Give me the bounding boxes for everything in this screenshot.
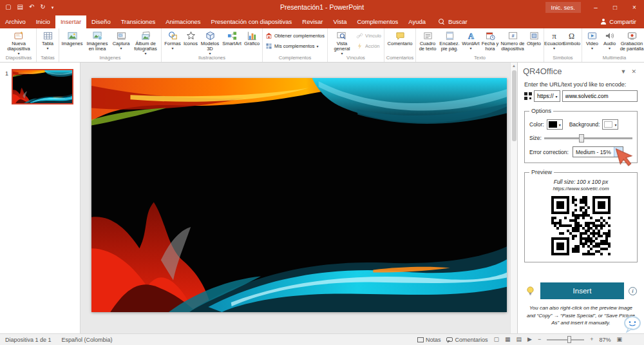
slide-sorter-view-icon[interactable]: ▦ (505, 337, 511, 342)
info-icon[interactable]: i (629, 287, 637, 295)
zoom-in-icon[interactable]: + (590, 337, 593, 342)
tab-complementos[interactable]: Complementos (352, 15, 403, 28)
button-label: Número de diapositiva (500, 41, 526, 52)
lightbulb-icon[interactable] (525, 286, 536, 297)
slide-thumbnail[interactable] (12, 69, 73, 104)
zoom-slider[interactable] (547, 339, 584, 340)
photo-album-icon (141, 31, 151, 41)
scrollbar-thumb[interactable] (512, 70, 516, 141)
group-caption: Vínculos (329, 54, 383, 62)
help-assistant-icon[interactable] (623, 315, 642, 333)
language-indicator[interactable]: Español (Colombia) (62, 337, 113, 343)
chart-button[interactable]: Gráfico (243, 30, 261, 46)
smartart-button[interactable]: SmartArt (221, 30, 243, 46)
slide-number-button[interactable]: Número de diapositiva (500, 30, 526, 52)
link-button[interactable]: Vínculo (355, 32, 383, 40)
header-footer-button[interactable]: Encabez. pie pág. (438, 30, 461, 52)
zoom-level[interactable]: 87% (599, 337, 611, 343)
screen-recording-button[interactable]: Grabación de pantalla (618, 30, 644, 52)
maximize-button[interactable]: □ (605, 0, 625, 14)
symbol-button[interactable]: Símbolo (563, 30, 580, 46)
tab-inicio[interactable]: Inicio (31, 15, 55, 28)
button-label: Encabez. pie pág. (438, 41, 461, 52)
button-label: Comentario (388, 41, 413, 46)
equation-button[interactable]: Ecuación ▾ (545, 30, 563, 50)
comments-label: Comentarios (455, 337, 488, 343)
new-slide-button[interactable]: Nueva diapositiva ▾ (3, 30, 35, 55)
minimize-button[interactable]: – (586, 0, 605, 14)
table-button[interactable]: Tabla ▾ (38, 30, 57, 50)
get-add-ins-button[interactable]: Obtener complementos (264, 32, 326, 40)
button-label: Mis complementos (274, 43, 315, 49)
panel-options-chevron-icon[interactable]: ▼ (618, 68, 629, 75)
icons-button[interactable]: Iconos (182, 30, 199, 46)
slide-artwork (91, 78, 507, 312)
panel-close-icon[interactable]: ✕ (629, 68, 639, 75)
protocol-dropdown[interactable]: https:// ▾ (534, 90, 560, 102)
sign-in-button[interactable]: Inic. ses. (545, 2, 582, 13)
my-add-ins-button[interactable]: Mis complementos ▾ (264, 42, 326, 50)
object-button[interactable]: Objeto (526, 30, 542, 46)
tab-revisar[interactable]: Revisar (297, 15, 328, 28)
tab-vista[interactable]: Vista (328, 15, 352, 28)
button-label: Imágenes (62, 41, 83, 46)
chevron-down-icon: ▾ (171, 47, 173, 50)
redo-icon[interactable]: ↻ (40, 4, 45, 10)
date-time-button[interactable]: Fecha y hora (480, 30, 500, 52)
audio-button[interactable]: Audio ▾ (601, 30, 618, 50)
button-label: Gráfico (244, 41, 260, 46)
photo-album-button[interactable]: Álbum de fotografías ▾ (131, 30, 160, 55)
options-legend: Options (529, 108, 553, 114)
url-input[interactable] (562, 90, 638, 102)
qr-code-preview[interactable] (551, 196, 611, 255)
slideshow-view-icon[interactable]: ▶ (527, 337, 532, 342)
insert-button[interactable]: Insert (540, 282, 624, 299)
reading-view-icon[interactable]: ▤ (516, 337, 522, 342)
normal-view-icon[interactable]: ▢ (493, 337, 499, 342)
comments-button[interactable]: Comentarios (446, 337, 488, 343)
screenshot-button[interactable]: Captura ▾ (111, 30, 131, 50)
3d-models-button[interactable]: Modelos 3D ▾ (199, 30, 221, 55)
full-size-text: Full size: 100 x 100 px (529, 179, 632, 185)
images-button[interactable]: Imágenes (61, 30, 84, 46)
slide-editor[interactable] (91, 78, 507, 312)
scroll-up-icon[interactable]: ▲ (512, 63, 516, 69)
video-button[interactable]: Video ▾ (583, 30, 601, 50)
online-images-button[interactable]: Imágenes en línea (84, 30, 111, 52)
save-icon[interactable]: ▤ (17, 4, 23, 10)
tab-animaciones[interactable]: Animaciones (160, 15, 205, 28)
zoom-slider-thumb[interactable] (567, 336, 571, 343)
tab-archivo[interactable]: Archivo (0, 15, 31, 28)
undo-icon[interactable]: ↶ (29, 4, 34, 10)
fit-to-window-icon[interactable]: ▣ (616, 337, 622, 342)
comment-button[interactable]: Comentario (386, 30, 414, 46)
size-slider[interactable] (544, 133, 632, 143)
search-box[interactable]: Buscar (439, 18, 468, 28)
preview-legend: Preview (529, 169, 554, 175)
background-picker[interactable]: ▾ (602, 119, 618, 130)
slide-canvas-area: ▲ (80, 63, 517, 333)
quick-access-toolbar: ▢ ▤ ↶ ↻ ▾ (0, 4, 53, 10)
zoom-out-icon[interactable]: − (538, 337, 541, 342)
button-label: Álbum de fotografías (131, 41, 160, 52)
slideshow-icon[interactable]: ▢ (5, 4, 11, 10)
wordart-button[interactable]: WordArt ▾ (461, 30, 480, 50)
action-icon (356, 43, 363, 50)
tab-insertar[interactable]: Insertar (55, 15, 86, 28)
tab-ayuda[interactable]: Ayuda (403, 15, 431, 28)
color-picker[interactable]: ▾ (547, 119, 563, 130)
zoom-overview-button[interactable]: Vista general ▾ (329, 30, 355, 55)
slide-thumbnail-art (13, 70, 72, 103)
customize-quick-access-icon[interactable]: ▾ (52, 5, 54, 10)
tab-transiciones[interactable]: Transiciones (116, 15, 161, 28)
share-button[interactable]: Compartir (592, 18, 644, 28)
tab-presentacion[interactable]: Presentación con diapositivas (206, 15, 298, 28)
shapes-button[interactable]: Formas ▾ (163, 30, 182, 50)
button-label: Vista general (329, 41, 355, 52)
button-label: Audio (603, 41, 616, 46)
notes-button[interactable]: Notas (417, 337, 441, 343)
tab-diseno[interactable]: Diseño (86, 15, 116, 28)
text-box-button[interactable]: Cuadro de texto (417, 30, 438, 52)
close-button[interactable]: × (625, 0, 644, 14)
action-button[interactable]: Acción (355, 42, 383, 50)
